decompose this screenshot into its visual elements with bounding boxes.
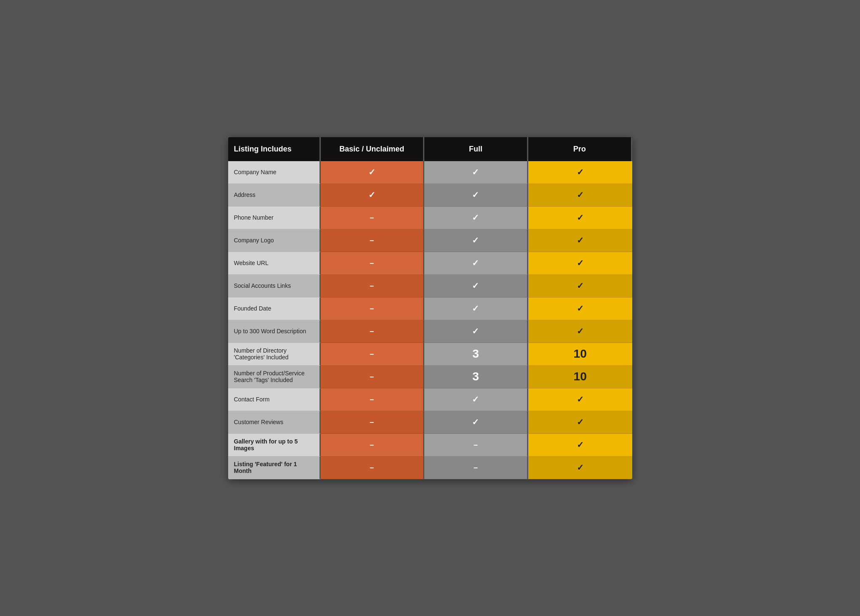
pro-cell-8: 10 [528,343,632,366]
check-icon: ✓ [472,394,479,404]
full-cell-11: ✓ [424,411,528,434]
basic-cell-11: – [321,411,425,434]
basic-cell-4: – [321,252,425,275]
full-cell-10: ✓ [424,388,528,411]
basic-cell-2: – [321,207,425,229]
number-value: 10 [574,347,587,361]
dash-icon: – [370,350,374,358]
basic-cell-8: – [321,343,425,366]
full-cell-4: ✓ [424,252,528,275]
check-icon: ✓ [577,303,584,313]
dash-icon: – [370,441,374,449]
dash-icon: – [370,395,374,404]
check-icon: ✓ [577,394,584,404]
basic-cell-13: – [321,457,425,479]
row-label-6: Founded Date [228,297,321,320]
full-cell-5: ✓ [424,275,528,297]
pro-cell-4: ✓ [528,252,632,275]
row-label-11: Customer Reviews [228,411,321,434]
full-cell-12: – [424,434,528,457]
row-label-1: Address [228,184,321,207]
header-col-basic: Basic / Unclaimed [321,137,425,161]
pro-cell-3: ✓ [528,229,632,252]
basic-cell-9: – [321,366,425,388]
check-icon: ✓ [577,440,584,450]
check-icon: ✓ [472,235,479,245]
table-grid: Listing Includes Basic / Unclaimed Full … [228,137,632,479]
check-icon: ✓ [368,190,375,200]
check-icon: ✓ [577,281,584,291]
full-cell-7: ✓ [424,320,528,343]
number-value: 10 [574,370,587,383]
full-cell-2: ✓ [424,207,528,229]
dash-icon: – [370,463,374,472]
check-icon: ✓ [472,212,479,223]
pro-cell-1: ✓ [528,184,632,207]
comparison-table: Listing Includes Basic / Unclaimed Full … [228,137,632,479]
header-col-label: Listing Includes [228,137,321,161]
basic-cell-12: – [321,434,425,457]
pro-cell-12: ✓ [528,434,632,457]
basic-cell-10: – [321,388,425,411]
full-cell-9: 3 [424,366,528,388]
pro-cell-5: ✓ [528,275,632,297]
check-icon: ✓ [472,258,479,268]
header-col-pro: Pro [528,137,632,161]
check-icon: ✓ [577,417,584,427]
check-icon: ✓ [472,190,479,200]
check-icon: ✓ [577,462,584,473]
row-label-12: Gallery with for up to 5 Images [228,434,321,457]
check-icon: ✓ [577,190,584,200]
check-icon: ✓ [577,167,584,177]
dash-icon: – [370,213,374,222]
row-label-2: Phone Number [228,207,321,229]
check-icon: ✓ [472,281,479,291]
pro-cell-0: ✓ [528,161,632,184]
dash-icon: – [370,281,374,290]
row-label-8: Number of Directory 'Categories' Include… [228,343,321,366]
pro-cell-6: ✓ [528,297,632,320]
check-icon: ✓ [577,235,584,245]
row-label-13: Listing 'Featured' for 1 Month [228,457,321,479]
basic-cell-5: – [321,275,425,297]
basic-cell-0: ✓ [321,161,425,184]
pro-cell-7: ✓ [528,320,632,343]
check-icon: ✓ [577,258,584,268]
pro-cell-2: ✓ [528,207,632,229]
number-value: 3 [472,347,479,361]
row-label-0: Company Name [228,161,321,184]
row-label-4: Website URL [228,252,321,275]
header-col-full: Full [424,137,528,161]
basic-cell-6: – [321,297,425,320]
check-icon: ✓ [472,417,479,427]
dash-icon: – [474,463,478,472]
dash-icon: – [370,236,374,245]
dash-icon: – [370,372,374,381]
number-value: 3 [472,370,479,383]
dash-icon: – [370,259,374,268]
pro-cell-13: ✓ [528,457,632,479]
basic-cell-7: – [321,320,425,343]
dash-icon: – [370,418,374,427]
check-icon: ✓ [472,303,479,313]
dash-icon: – [474,441,478,449]
check-icon: ✓ [577,326,584,336]
check-icon: ✓ [472,167,479,177]
full-cell-3: ✓ [424,229,528,252]
full-cell-1: ✓ [424,184,528,207]
basic-cell-3: – [321,229,425,252]
pro-cell-9: 10 [528,366,632,388]
basic-cell-1: ✓ [321,184,425,207]
pro-cell-11: ✓ [528,411,632,434]
full-cell-8: 3 [424,343,528,366]
full-cell-13: – [424,457,528,479]
row-label-10: Contact Form [228,388,321,411]
row-label-7: Up to 300 Word Description [228,320,321,343]
dash-icon: – [370,327,374,336]
full-cell-6: ✓ [424,297,528,320]
check-icon: ✓ [368,167,375,177]
row-label-3: Company Logo [228,229,321,252]
check-icon: ✓ [472,326,479,336]
row-label-5: Social Accounts Links [228,275,321,297]
pro-cell-10: ✓ [528,388,632,411]
